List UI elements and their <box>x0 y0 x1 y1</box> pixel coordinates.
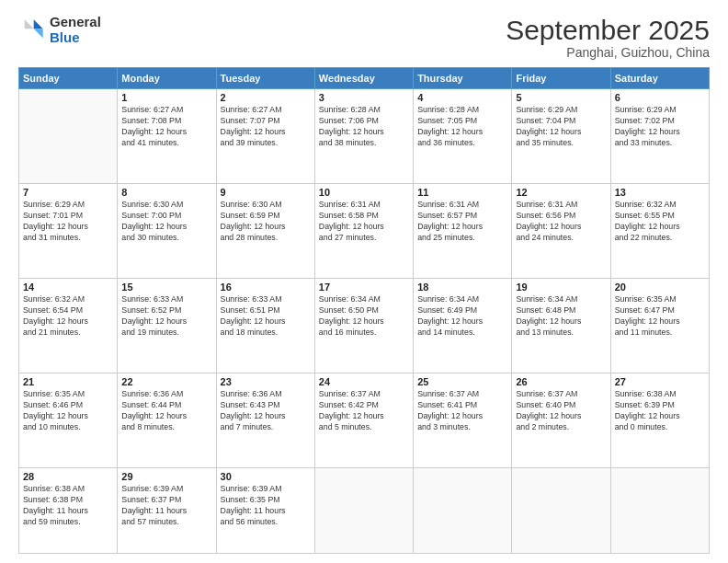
calendar-cell: 10Sunrise: 6:31 AM Sunset: 6:58 PM Dayli… <box>314 184 413 279</box>
calendar-cell: 19Sunrise: 6:34 AM Sunset: 6:48 PM Dayli… <box>512 279 610 373</box>
calendar-cell: 3Sunrise: 6:28 AM Sunset: 7:06 PM Daylig… <box>314 89 413 184</box>
page-subtitle: Panghai, Guizhou, China <box>506 45 710 60</box>
day-number: 11 <box>417 187 507 198</box>
logo-blue-text: Blue <box>50 30 101 46</box>
calendar-cell <box>610 468 709 554</box>
calendar-cell: 11Sunrise: 6:31 AM Sunset: 6:57 PM Dayli… <box>414 184 512 279</box>
day-number: 15 <box>121 282 211 293</box>
calendar-cell: 17Sunrise: 6:34 AM Sunset: 6:50 PM Dayli… <box>314 279 413 373</box>
calendar-cell: 20Sunrise: 6:35 AM Sunset: 6:47 PM Dayli… <box>610 279 709 373</box>
week-row-1: 1Sunrise: 6:27 AM Sunset: 7:08 PM Daylig… <box>19 89 710 184</box>
cell-info: Sunrise: 6:29 AM Sunset: 7:02 PM Dayligh… <box>615 105 705 149</box>
cell-info: Sunrise: 6:31 AM Sunset: 6:57 PM Dayligh… <box>417 200 507 244</box>
week-row-3: 14Sunrise: 6:32 AM Sunset: 6:54 PM Dayli… <box>19 279 710 373</box>
cell-info: Sunrise: 6:33 AM Sunset: 6:51 PM Dayligh… <box>221 294 311 339</box>
day-number: 9 <box>221 187 311 198</box>
col-friday: Friday <box>512 68 610 89</box>
week-row-2: 7Sunrise: 6:29 AM Sunset: 7:01 PM Daylig… <box>19 184 710 279</box>
cell-info: Sunrise: 6:27 AM Sunset: 7:07 PM Dayligh… <box>221 105 311 149</box>
page-title: September 2025 <box>506 15 710 45</box>
cell-info: Sunrise: 6:32 AM Sunset: 6:55 PM Dayligh… <box>615 200 705 244</box>
calendar-cell: 22Sunrise: 6:36 AM Sunset: 6:44 PM Dayli… <box>118 373 216 468</box>
cell-info: Sunrise: 6:31 AM Sunset: 6:56 PM Dayligh… <box>516 200 606 244</box>
day-number: 7 <box>23 187 113 198</box>
day-number: 16 <box>221 282 311 293</box>
cell-info: Sunrise: 6:36 AM Sunset: 6:43 PM Dayligh… <box>221 389 311 433</box>
cell-info: Sunrise: 6:37 AM Sunset: 6:40 PM Dayligh… <box>516 389 606 433</box>
day-number: 12 <box>516 187 606 198</box>
calendar-table: Sunday Monday Tuesday Wednesday Thursday… <box>18 67 710 554</box>
day-number: 30 <box>221 471 311 482</box>
cell-info: Sunrise: 6:33 AM Sunset: 6:52 PM Dayligh… <box>121 294 211 339</box>
cell-info: Sunrise: 6:30 AM Sunset: 6:59 PM Dayligh… <box>221 200 311 244</box>
calendar-cell: 21Sunrise: 6:35 AM Sunset: 6:46 PM Dayli… <box>19 373 118 468</box>
day-number: 10 <box>319 187 409 198</box>
calendar-cell: 18Sunrise: 6:34 AM Sunset: 6:49 PM Dayli… <box>414 279 512 373</box>
svg-marker-2 <box>25 19 34 29</box>
cell-info: Sunrise: 6:37 AM Sunset: 6:41 PM Dayligh… <box>417 389 507 433</box>
calendar-cell: 27Sunrise: 6:38 AM Sunset: 6:39 PM Dayli… <box>610 373 709 468</box>
day-number: 6 <box>615 92 705 103</box>
calendar-cell: 12Sunrise: 6:31 AM Sunset: 6:56 PM Dayli… <box>512 184 610 279</box>
calendar-cell <box>314 468 413 554</box>
col-tuesday: Tuesday <box>216 68 314 89</box>
calendar-cell <box>512 468 610 554</box>
cell-info: Sunrise: 6:29 AM Sunset: 7:04 PM Dayligh… <box>516 105 606 149</box>
day-number: 1 <box>121 92 211 103</box>
day-number: 18 <box>417 282 507 293</box>
calendar-cell: 15Sunrise: 6:33 AM Sunset: 6:52 PM Dayli… <box>118 279 216 373</box>
day-number: 28 <box>23 471 113 482</box>
cell-info: Sunrise: 6:35 AM Sunset: 6:46 PM Dayligh… <box>23 389 113 433</box>
calendar-cell: 13Sunrise: 6:32 AM Sunset: 6:55 PM Dayli… <box>610 184 709 279</box>
day-number: 3 <box>319 92 409 103</box>
day-number: 5 <box>516 92 606 103</box>
logo-icon <box>18 17 46 44</box>
cell-info: Sunrise: 6:34 AM Sunset: 6:49 PM Dayligh… <box>417 294 507 339</box>
col-sunday: Sunday <box>19 68 118 89</box>
calendar-cell: 29Sunrise: 6:39 AM Sunset: 6:37 PM Dayli… <box>118 468 216 554</box>
calendar-cell: 4Sunrise: 6:28 AM Sunset: 7:05 PM Daylig… <box>414 89 512 184</box>
cell-info: Sunrise: 6:29 AM Sunset: 7:01 PM Dayligh… <box>23 200 113 244</box>
calendar-cell: 14Sunrise: 6:32 AM Sunset: 6:54 PM Dayli… <box>19 279 118 373</box>
cell-info: Sunrise: 6:28 AM Sunset: 7:05 PM Dayligh… <box>417 105 507 149</box>
svg-marker-1 <box>34 29 43 38</box>
day-number: 27 <box>615 376 705 387</box>
day-number: 20 <box>615 282 705 293</box>
logo-general-text: General <box>50 15 101 30</box>
calendar-cell: 16Sunrise: 6:33 AM Sunset: 6:51 PM Dayli… <box>216 279 314 373</box>
cell-info: Sunrise: 6:32 AM Sunset: 6:54 PM Dayligh… <box>23 294 113 339</box>
calendar-cell <box>414 468 512 554</box>
col-saturday: Saturday <box>610 68 709 89</box>
day-number: 14 <box>23 282 113 293</box>
header: General Blue September 2025 Panghai, Gui… <box>18 15 710 60</box>
day-number: 8 <box>121 187 211 198</box>
cell-info: Sunrise: 6:37 AM Sunset: 6:42 PM Dayligh… <box>319 389 409 433</box>
cell-info: Sunrise: 6:34 AM Sunset: 6:50 PM Dayligh… <box>319 294 409 339</box>
calendar-cell: 30Sunrise: 6:39 AM Sunset: 6:35 PM Dayli… <box>216 468 314 554</box>
cell-info: Sunrise: 6:28 AM Sunset: 7:06 PM Dayligh… <box>319 105 409 149</box>
calendar-cell: 7Sunrise: 6:29 AM Sunset: 7:01 PM Daylig… <box>19 184 118 279</box>
day-number: 26 <box>516 376 606 387</box>
cell-info: Sunrise: 6:34 AM Sunset: 6:48 PM Dayligh… <box>516 294 606 339</box>
col-thursday: Thursday <box>414 68 512 89</box>
calendar-header-row: Sunday Monday Tuesday Wednesday Thursday… <box>19 68 710 89</box>
cell-info: Sunrise: 6:38 AM Sunset: 6:39 PM Dayligh… <box>615 389 705 433</box>
day-number: 23 <box>221 376 311 387</box>
calendar-cell: 25Sunrise: 6:37 AM Sunset: 6:41 PM Dayli… <box>414 373 512 468</box>
day-number: 25 <box>417 376 507 387</box>
calendar-cell: 5Sunrise: 6:29 AM Sunset: 7:04 PM Daylig… <box>512 89 610 184</box>
day-number: 2 <box>221 92 311 103</box>
cell-info: Sunrise: 6:31 AM Sunset: 6:58 PM Dayligh… <box>319 200 409 244</box>
title-block: September 2025 Panghai, Guizhou, China <box>506 15 710 60</box>
cell-info: Sunrise: 6:36 AM Sunset: 6:44 PM Dayligh… <box>121 389 211 433</box>
cell-info: Sunrise: 6:38 AM Sunset: 6:38 PM Dayligh… <box>23 484 113 528</box>
cell-info: Sunrise: 6:27 AM Sunset: 7:08 PM Dayligh… <box>121 105 211 149</box>
calendar-cell: 9Sunrise: 6:30 AM Sunset: 6:59 PM Daylig… <box>216 184 314 279</box>
calendar-cell: 28Sunrise: 6:38 AM Sunset: 6:38 PM Dayli… <box>19 468 118 554</box>
calendar-cell <box>19 89 118 184</box>
col-monday: Monday <box>118 68 216 89</box>
logo-text: General Blue <box>50 15 101 45</box>
day-number: 29 <box>121 471 211 482</box>
calendar-cell: 8Sunrise: 6:30 AM Sunset: 7:00 PM Daylig… <box>118 184 216 279</box>
day-number: 24 <box>319 376 409 387</box>
